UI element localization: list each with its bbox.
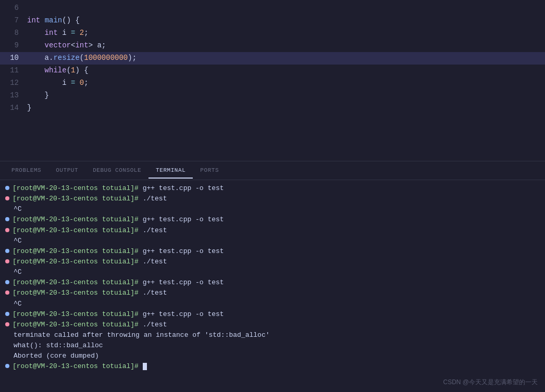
line-code-8: int i = 2; [27,27,545,39]
code-editor: 6 7 int main() { 8 int i = 2; 9 vector<i… [0,0,545,161]
dot-red-14 [5,322,9,326]
term-text-4: [root@VM-20-13-centos totuial]# g++ test… [13,214,224,225]
term-text-18: [root@VM-20-13-centos totuial]# [13,361,147,372]
dot-blue-4 [5,217,9,221]
code-line-9: 9 vector<int> a; [0,40,545,52]
term-text-1: [root@VM-20-13-centos totuial]# g++ test… [13,183,224,194]
term-text-13: [root@VM-20-13-centos totuial]# g++ test… [13,309,224,320]
terminal-line-18: [root@VM-20-13-centos totuial]# [5,361,540,372]
code-line-6: 6 [0,2,545,15]
terminal-panel: PROBLEMS OUTPUT DEBUG CONSOLE TERMINAL P… [0,161,545,392]
tab-output[interactable]: OUTPUT [48,163,85,179]
term-text-17: Aborted (core dumped) [14,351,99,361]
term-text-15: terminate called after throwing an insta… [14,330,269,340]
code-line-10: 10 a.resize(1000000000); [0,52,545,65]
term-text-3: ^C [14,204,22,214]
dot-red-2 [5,196,9,200]
line-code-12: i = 0; [27,77,545,88]
terminal-line-10: [root@VM-20-13-centos totuial]# g++ test… [5,277,540,288]
line-code-9: vector<int> a; [27,40,545,51]
code-line-14: 14 } [0,102,545,115]
terminal-line-11: [root@VM-20-13-centos totuial]# ./test [5,288,540,298]
term-text-7: [root@VM-20-13-centos totuial]# g++ test… [13,246,224,257]
terminal-line-15: terminate called after throwing an insta… [5,330,540,340]
dot-blue-18 [5,364,9,368]
line-num-8: 8 [0,27,27,39]
tab-problems[interactable]: PROBLEMS [4,163,48,179]
term-text-16: what(): std::bad_alloc [14,340,103,351]
terminal-line-6: ^C [5,236,540,246]
terminal-line-13: [root@VM-20-13-centos totuial]# g++ test… [5,309,540,320]
dot-red-11 [5,290,9,295]
dot-blue-10 [5,280,9,284]
line-code-7: int main() { [27,15,545,26]
line-num-9: 9 [0,40,27,51]
terminal-line-3: ^C [5,204,540,214]
line-code-11: while(1) { [27,65,545,76]
dot-red-5 [5,228,9,232]
terminal-line-9: ^C [5,267,540,277]
term-text-10: [root@VM-20-13-centos totuial]# g++ test… [13,277,224,288]
line-code-14: } [27,102,545,113]
line-code-10: a.resize(1000000000); [27,52,545,64]
term-text-14: [root@VM-20-13-centos totuial]# ./test [13,320,167,330]
tab-debug-console[interactable]: DEBUG CONSOLE [85,163,148,179]
terminal-line-7: [root@VM-20-13-centos totuial]# g++ test… [5,246,540,257]
panel-tabs: PROBLEMS OUTPUT DEBUG CONSOLE TERMINAL P… [0,161,545,180]
code-line-12: 12 i = 0; [0,77,545,90]
terminal-line-4: [root@VM-20-13-centos totuial]# g++ test… [5,214,540,225]
code-line-11: 11 while(1) { [0,65,545,77]
line-num-11: 11 [0,65,27,76]
term-text-11: [root@VM-20-13-centos totuial]# ./test [13,288,167,298]
terminal-line-5: [root@VM-20-13-centos totuial]# ./test [5,225,540,236]
term-text-12: ^C [14,299,22,309]
dot-blue-13 [5,312,9,316]
dot-blue-1 [5,186,9,190]
term-text-6: ^C [14,236,22,246]
terminal-line-14: [root@VM-20-13-centos totuial]# ./test [5,320,540,330]
terminal-content[interactable]: [root@VM-20-13-centos totuial]# g++ test… [0,180,545,392]
term-text-9: ^C [14,267,22,277]
line-num-6: 6 [0,2,27,14]
tab-ports[interactable]: PORTS [193,163,226,179]
line-num-13: 13 [0,90,27,101]
dot-red-8 [5,259,9,263]
code-line-8: 8 int i = 2; [0,27,545,40]
line-num-12: 12 [0,77,27,88]
line-num-7: 7 [0,15,27,26]
terminal-line-1: [root@VM-20-13-centos totuial]# g++ test… [5,183,540,194]
term-text-2: [root@VM-20-13-centos totuial]# ./test [13,194,167,204]
line-num-10: 10 [0,52,27,64]
term-text-8: [root@VM-20-13-centos totuial]# ./test [13,257,167,267]
dot-blue-7 [5,249,9,253]
code-line-13: 13 } [0,90,545,102]
terminal-line-2: [root@VM-20-13-centos totuial]# ./test [5,194,540,204]
terminal-line-16: what(): std::bad_alloc [5,340,540,351]
code-lines: 6 7 int main() { 8 int i = 2; 9 vector<i… [0,0,545,117]
code-line-7: 7 int main() { [0,15,545,27]
tab-terminal[interactable]: TERMINAL [148,163,193,179]
line-code-13: } [27,90,545,101]
term-text-5: [root@VM-20-13-centos totuial]# ./test [13,225,167,236]
terminal-line-17: Aborted (core dumped) [5,351,540,361]
line-num-14: 14 [0,102,27,113]
terminal-line-8: [root@VM-20-13-centos totuial]# ./test [5,257,540,267]
terminal-line-12: ^C [5,299,540,309]
